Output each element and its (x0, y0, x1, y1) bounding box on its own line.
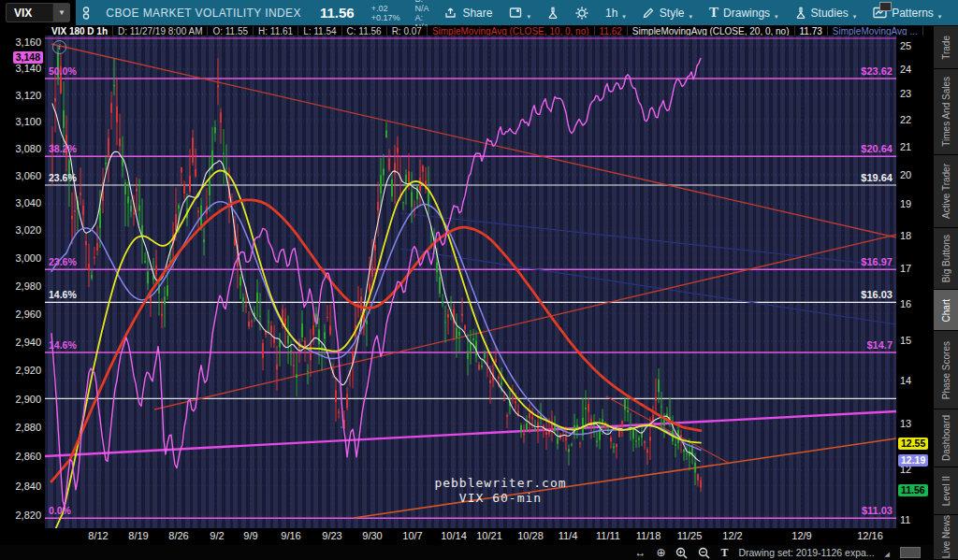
crosshair-icon[interactable]: ⊕ (656, 546, 665, 559)
svg-text:23.6%: 23.6% (49, 256, 77, 267)
timeframe-button[interactable]: 1h ▾ (597, 0, 634, 25)
right-axis-tick: 22 (900, 114, 911, 125)
svg-text:$16.03: $16.03 (861, 289, 893, 300)
right-sidebar: TradeTimes And SalesActive TraderBig But… (934, 26, 958, 560)
symbol-dropdown-caret[interactable]: ▼ (52, 4, 69, 22)
left-axis-tick: 2,860 (15, 451, 41, 462)
watermark-line1: pebblewriter.com (402, 476, 599, 491)
alerts-button[interactable]: ▾ (501, 0, 539, 25)
date-tick: 11/25 (677, 530, 703, 541)
studies-flask-icon (795, 7, 806, 19)
sidebar-tab-label: Level II (941, 476, 951, 506)
date-tick: 8/19 (128, 530, 148, 541)
text-note-icon[interactable]: T (720, 546, 728, 559)
instrument-name: CBOE MARKET VOLATILITY INDEX (96, 0, 311, 25)
left-axis-tick: 2,940 (15, 337, 41, 348)
right-axis-price-badge: 11.56 (898, 484, 928, 496)
left-axis-price-badge: 3,148 (13, 51, 43, 64)
right-axis-tick: 13 (900, 418, 911, 429)
left-axis-tick: 2,900 (15, 394, 41, 405)
svg-text:14.6%: 14.6% (49, 289, 77, 300)
drawing-set-label[interactable]: Drawing set: 2019-1126 expa... (738, 547, 874, 558)
date-tick: 10/14 (441, 530, 467, 541)
change-pct: +0.17% (371, 13, 400, 22)
left-axis-tick: 2,840 (15, 481, 41, 492)
text-tool-icon: T (709, 5, 718, 21)
quick-study-button[interactable] (539, 0, 567, 25)
svg-text:$16.97: $16.97 (861, 256, 893, 267)
zoom-in-icon[interactable] (675, 547, 688, 559)
left-axis-tick: 3,080 (15, 143, 41, 154)
sidebar-tab-active-trader[interactable]: Active Trader (934, 155, 958, 228)
sidebar-tab-label: Phase Scores (941, 341, 951, 399)
style-label: Style (660, 7, 685, 20)
right-axis-tick: 16 (900, 298, 911, 309)
date-axis[interactable]: 8/128/198/269/29/99/169/239/3010/710/141… (45, 528, 896, 545)
sidebar-tab-dashboard[interactable]: Dashboard (934, 409, 958, 467)
sidebar-tab-label: Active Trader (941, 164, 951, 219)
left-axis-tick: 2,920 (15, 365, 41, 376)
bid-ask: B: N/A A: N/A (407, 0, 436, 25)
sidebar-tab-label: Big Buttons (941, 235, 951, 282)
sidebar-tab-label: Dashboard (941, 415, 951, 461)
gear-icon (575, 7, 588, 20)
link-button[interactable] (76, 0, 96, 25)
left-axis-tick: 3,000 (15, 252, 41, 264)
top-toolbar: VIX ▼ CBOE MARKET VOLATILITY INDEX 11.56… (0, 0, 958, 25)
left-axis-tick: 3,020 (15, 224, 41, 236)
date-tick: 9/2 (210, 530, 224, 541)
resize-grip[interactable] (900, 547, 921, 558)
symbol-area: VIX ▼ (0, 0, 76, 25)
right-axis-tick: 24 (900, 64, 911, 75)
right-axis-price-badge: 12.55 (898, 438, 928, 450)
drawing-set-caret[interactable]: ◢ (885, 551, 890, 558)
right-axis-tick: 11 (900, 514, 910, 525)
left-axis-tick: 3,040 (15, 197, 41, 208)
symbol-input[interactable]: VIX ▼ (6, 3, 70, 22)
share-button[interactable]: Share (436, 0, 501, 25)
svg-text:23.6%: 23.6% (49, 172, 77, 183)
sidebar-tab-level-ii[interactable]: Level II (934, 467, 958, 514)
watermark-line2: VIX 60-min (402, 491, 599, 506)
svg-text:38.2%: 38.2% (49, 143, 77, 154)
timeframe-label: 1h (605, 7, 617, 20)
left-axis-tick: 2,820 (15, 510, 41, 521)
sidebar-tab-live-news[interactable]: Live News (934, 515, 958, 560)
watermark: pebblewriter.com VIX 60-min (402, 476, 599, 506)
right-axis-tick: 23 (900, 88, 911, 99)
info-icon[interactable]: i (52, 40, 66, 54)
sidebar-tab-trade[interactable]: Trade (934, 26, 958, 69)
panel-icon[interactable] (879, 2, 892, 11)
date-tick: 11/11 (596, 530, 620, 541)
price-chart-canvas[interactable]: 50.0%$23.6238.2%$20.6423.6%$19.6423.6%$1… (45, 36, 896, 528)
sidebar-tab-chart[interactable]: Chart (934, 290, 958, 331)
date-tick: 9/16 (281, 530, 300, 541)
drawings-button[interactable]: T Drawings ▾ (701, 0, 787, 25)
chart-area[interactable]: 50.0%$23.6238.2%$20.6423.6%$19.6423.6%$1… (45, 36, 896, 528)
right-axis-tick: 25 (900, 40, 911, 51)
date-tick: 9/23 (322, 530, 341, 541)
date-tick: 9/30 (362, 530, 382, 541)
date-tick: 8/12 (88, 530, 108, 541)
left-axis-tick: 3,060 (15, 170, 41, 181)
left-axis-tick: 3,100 (15, 116, 41, 127)
chart-menu-button[interactable]: ≡ (950, 0, 958, 25)
patterns-button[interactable]: Patterns ▾ (864, 0, 950, 25)
svg-text:50.0%: 50.0% (49, 65, 77, 77)
left-price-axis[interactable]: 3,1603,1403,1203,1003,0803,0603,0403,020… (0, 36, 45, 528)
date-tick: 10/28 (517, 530, 544, 541)
sidebar-tab-big-buttons[interactable]: Big Buttons (934, 228, 958, 290)
right-price-axis[interactable]: 25242322212019181716151413121112.5512.19… (896, 36, 934, 528)
studies-button[interactable]: Studies ▾ (787, 0, 865, 25)
sidebar-tab-times-and-sales[interactable]: Times And Sales (934, 69, 958, 155)
style-button[interactable]: Style ▾ (634, 0, 701, 25)
horizontal-scale-icon[interactable]: ↔ (634, 546, 646, 559)
svg-text:$20.64: $20.64 (861, 143, 893, 154)
share-label: Share (462, 7, 492, 20)
symbol-text: VIX (7, 7, 52, 20)
right-axis-tick: 18 (900, 230, 911, 241)
zoom-out-icon[interactable] (698, 547, 710, 559)
date-tick: 12/2 (722, 530, 742, 541)
settings-button[interactable] (567, 0, 597, 25)
sidebar-tab-phase-scores[interactable]: Phase Scores (934, 331, 958, 409)
